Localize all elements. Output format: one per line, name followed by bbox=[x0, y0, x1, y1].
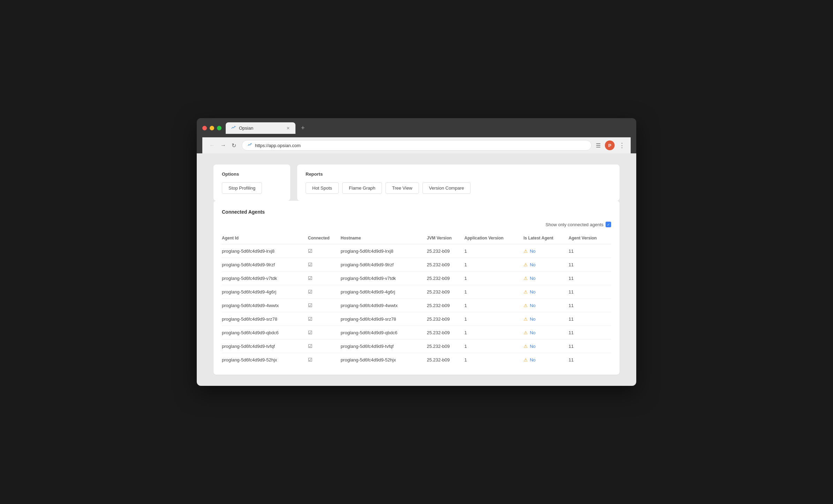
cell-app-version: 1 bbox=[464, 312, 523, 326]
new-tab-button[interactable]: + bbox=[298, 123, 308, 133]
cell-agent-id: proglang-5d6fc4d9d9-tvfqf bbox=[222, 339, 308, 353]
table-header-row: Agent Id Connected Hostname JVM Version … bbox=[222, 233, 611, 244]
cell-is-latest: ⚠ No bbox=[524, 353, 569, 367]
col-is-latest: Is Latest Agent bbox=[524, 233, 569, 244]
col-connected: Connected bbox=[308, 233, 341, 244]
table-row[interactable]: proglang-5d6fc4d9d9-52hjx ☑ proglang-5d6… bbox=[222, 353, 611, 367]
is-latest-link[interactable]: No bbox=[530, 249, 536, 254]
agents-table: Agent Id Connected Hostname JVM Version … bbox=[222, 233, 611, 366]
cell-agent-version: 11 bbox=[569, 326, 611, 339]
flame-graph-button[interactable]: Flame Graph bbox=[342, 182, 382, 194]
cell-agent-version: 11 bbox=[569, 353, 611, 367]
cell-jvm-version: 25.232-b09 bbox=[427, 244, 464, 258]
maximize-button[interactable] bbox=[217, 126, 222, 130]
show-connected-toggle[interactable]: Show only connected agents ✓ bbox=[546, 222, 611, 227]
connected-agents-card: Connected Agents Show only connected age… bbox=[213, 201, 620, 375]
cell-agent-version: 11 bbox=[569, 339, 611, 353]
table-row[interactable]: proglang-5d6fc4d9d9-tvfqf ☑ proglang-5d6… bbox=[222, 339, 611, 353]
cell-agent-version: 11 bbox=[569, 272, 611, 285]
title-bar: Opsian ✕ + ← → ↻ https://app.opsian.com bbox=[197, 118, 636, 153]
nav-buttons: ← → ↻ bbox=[208, 142, 238, 150]
cell-connected: ☑ bbox=[308, 353, 341, 367]
is-latest-link[interactable]: No bbox=[530, 316, 536, 322]
connected-icon: ☑ bbox=[308, 262, 313, 267]
reload-button[interactable]: ↻ bbox=[230, 142, 238, 150]
table-row[interactable]: proglang-5d6fc4d9d9-4g6rj ☑ proglang-5d6… bbox=[222, 285, 611, 299]
cell-agent-version: 11 bbox=[569, 258, 611, 272]
is-latest-link[interactable]: No bbox=[530, 357, 536, 362]
is-latest-link[interactable]: No bbox=[530, 289, 536, 295]
active-tab[interactable]: Opsian ✕ bbox=[226, 122, 295, 134]
version-compare-button[interactable]: Version Compare bbox=[422, 182, 471, 194]
cell-agent-id: proglang-5d6fc4d9d9-v7tdk bbox=[222, 272, 308, 285]
cell-agent-id: proglang-5d6fc4d9d9-52hjx bbox=[222, 353, 308, 367]
warning-icon: ⚠ bbox=[524, 316, 528, 322]
cell-is-latest: ⚠ No bbox=[524, 285, 569, 299]
menu-icon[interactable]: ⋮ bbox=[619, 142, 625, 149]
cell-is-latest: ⚠ No bbox=[524, 244, 569, 258]
connected-icon: ☑ bbox=[308, 303, 313, 308]
is-latest-link[interactable]: No bbox=[530, 262, 536, 267]
cell-hostname: proglang-5d6fc4d9d9-4g6rj bbox=[341, 285, 427, 299]
warning-icon: ⚠ bbox=[524, 249, 528, 254]
is-latest-link[interactable]: No bbox=[530, 303, 536, 308]
cell-is-latest: ⚠ No bbox=[524, 326, 569, 339]
col-agent-version: Agent Version bbox=[569, 233, 611, 244]
reports-title: Reports bbox=[306, 171, 611, 177]
cell-agent-version: 11 bbox=[569, 312, 611, 326]
cell-hostname: proglang-5d6fc4d9d9-v7tdk bbox=[341, 272, 427, 285]
bookmarks-icon[interactable]: ☰ bbox=[596, 142, 601, 149]
reports-card: Reports Hot Spots Flame Graph Tree View … bbox=[297, 165, 620, 201]
tab-bar: Opsian ✕ + bbox=[226, 122, 308, 134]
is-latest-link[interactable]: No bbox=[530, 330, 536, 335]
col-jvm-version: JVM Version bbox=[427, 233, 464, 244]
cell-hostname: proglang-5d6fc4d9d9-4wwtx bbox=[341, 299, 427, 312]
warning-icon: ⚠ bbox=[524, 262, 528, 267]
options-title: Options bbox=[222, 171, 282, 177]
cell-app-version: 1 bbox=[464, 272, 523, 285]
close-button[interactable] bbox=[202, 126, 207, 130]
table-row[interactable]: proglang-5d6fc4d9d9-qbdc6 ☑ proglang-5d6… bbox=[222, 326, 611, 339]
stop-profiling-button[interactable]: Stop Profiling bbox=[222, 182, 262, 194]
cell-hostname: proglang-5d6fc4d9d9-52hjx bbox=[341, 353, 427, 367]
is-latest-link[interactable]: No bbox=[530, 276, 536, 281]
table-row[interactable]: proglang-5d6fc4d9d9-srz78 ☑ proglang-5d6… bbox=[222, 312, 611, 326]
tree-view-button[interactable]: Tree View bbox=[385, 182, 419, 194]
cell-agent-id: proglang-5d6fc4d9d9-srz78 bbox=[222, 312, 308, 326]
options-buttons: Stop Profiling bbox=[222, 182, 282, 194]
cell-is-latest: ⚠ No bbox=[524, 312, 569, 326]
forward-button[interactable]: → bbox=[219, 142, 227, 149]
col-agent-id: Agent Id bbox=[222, 233, 308, 244]
cell-agent-id: proglang-5d6fc4d9d9-qbdc6 bbox=[222, 326, 308, 339]
minimize-button[interactable] bbox=[210, 126, 214, 130]
table-row[interactable]: proglang-5d6fc4d9d9-v7tdk ☑ proglang-5d6… bbox=[222, 272, 611, 285]
connected-icon: ☑ bbox=[308, 330, 313, 335]
cell-agent-id: proglang-5d6fc4d9d9-4g6rj bbox=[222, 285, 308, 299]
cell-app-version: 1 bbox=[464, 299, 523, 312]
cell-jvm-version: 25.232-b09 bbox=[427, 339, 464, 353]
is-latest-link[interactable]: No bbox=[530, 344, 536, 349]
url-favicon-icon bbox=[248, 143, 252, 148]
agents-header: Show only connected agents ✓ bbox=[222, 222, 611, 227]
cell-agent-version: 11 bbox=[569, 285, 611, 299]
back-button[interactable]: ← bbox=[208, 142, 216, 149]
cell-jvm-version: 25.232-b09 bbox=[427, 285, 464, 299]
table-row[interactable]: proglang-5d6fc4d9d9-4wwtx ☑ proglang-5d6… bbox=[222, 299, 611, 312]
page-content: Options Stop Profiling Reports Hot Spots… bbox=[197, 153, 636, 386]
tab-close-button[interactable]: ✕ bbox=[286, 126, 290, 131]
table-row[interactable]: proglang-5d6fc4d9d9-9lrzf ☑ proglang-5d6… bbox=[222, 258, 611, 272]
show-connected-label: Show only connected agents bbox=[546, 222, 603, 227]
warning-icon: ⚠ bbox=[524, 330, 528, 335]
browser-window: Opsian ✕ + ← → ↻ https://app.opsian.com bbox=[197, 118, 636, 386]
avatar[interactable]: P bbox=[605, 140, 615, 150]
connected-icon: ☑ bbox=[308, 316, 313, 322]
cell-agent-id: proglang-5d6fc4d9d9-9lrzf bbox=[222, 258, 308, 272]
cell-hostname: proglang-5d6fc4d9d9-9lrzf bbox=[341, 258, 427, 272]
cell-connected: ☑ bbox=[308, 326, 341, 339]
show-connected-checkbox[interactable]: ✓ bbox=[606, 222, 611, 227]
url-bar[interactable]: https://app.opsian.com bbox=[242, 140, 592, 151]
cell-connected: ☑ bbox=[308, 312, 341, 326]
table-row[interactable]: proglang-5d6fc4d9d9-lrxj8 ☑ proglang-5d6… bbox=[222, 244, 611, 258]
cell-is-latest: ⚠ No bbox=[524, 299, 569, 312]
hot-spots-button[interactable]: Hot Spots bbox=[306, 182, 339, 194]
